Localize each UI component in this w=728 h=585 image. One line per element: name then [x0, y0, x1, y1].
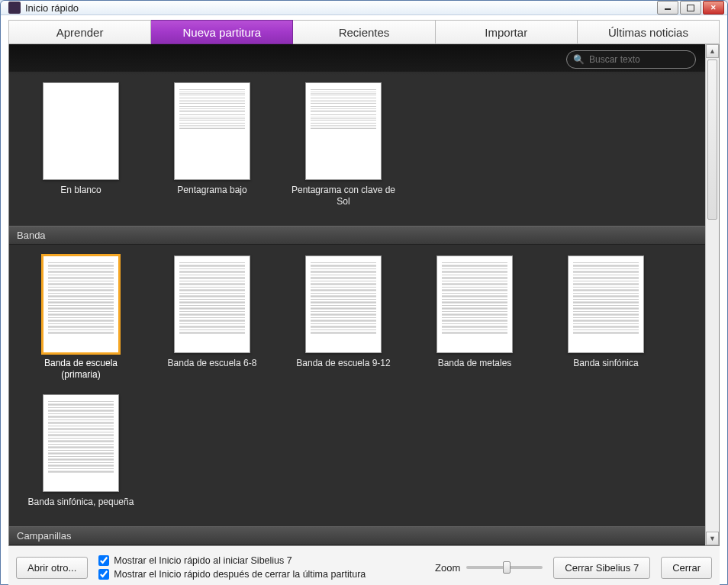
- templates-grid-banda: Banda de escuela (primaria) Banda de esc…: [9, 245, 705, 526]
- template-label: Banda sinfónica: [573, 358, 638, 369]
- show-after-close-checkbox[interactable]: Mostrar el Inicio rápido después de cerr…: [98, 569, 366, 580]
- template-label: Banda de metales: [438, 358, 512, 369]
- quick-start-window: Inicio rápido Aprender Nueva partitura R…: [0, 0, 728, 585]
- search-box[interactable]: 🔍: [566, 50, 696, 69]
- tab-recent[interactable]: Recientes: [293, 20, 435, 44]
- open-other-button[interactable]: Abrir otro...: [16, 557, 88, 579]
- template-symphonic-band[interactable]: Banda sinfónica: [552, 256, 659, 381]
- titlebar[interactable]: Inicio rápido: [1, 1, 727, 15]
- app-icon: [8, 2, 21, 14]
- tab-bar: Aprender Nueva partitura Recientes Impor…: [8, 20, 720, 44]
- tab-news[interactable]: Últimas noticias: [578, 20, 720, 44]
- close-window-button[interactable]: [703, 1, 724, 14]
- template-thumb: [174, 256, 250, 353]
- maximize-button[interactable]: [680, 1, 701, 14]
- close-sibelius-button[interactable]: Cerrar Sibelius 7: [553, 557, 650, 579]
- template-label: Banda sinfónica, pequeña: [28, 497, 134, 508]
- checkbox-label: Mostrar el Inicio rápido después de cerr…: [114, 569, 366, 580]
- section-header-banda: Banda: [9, 226, 705, 245]
- section-header-campanillas: Campanillas: [9, 526, 705, 545]
- show-after-close-input[interactable]: [98, 569, 109, 580]
- template-school-band-9-12[interactable]: Banda de escuela 9-12: [290, 256, 397, 381]
- template-thumb: [436, 256, 513, 353]
- scroll-up-button[interactable]: ▲: [706, 44, 719, 58]
- footer-bar: Abrir otro... Mostrar el Inicio rápido a…: [8, 546, 720, 585]
- zoom-control: Zoom: [435, 562, 543, 574]
- template-thumb: [43, 394, 119, 492]
- template-thumb: [43, 82, 119, 180]
- template-school-band-primary[interactable]: Banda de escuela (primaria): [27, 256, 134, 381]
- template-symphonic-band-small[interactable]: Banda sinfónica, pequeña: [27, 394, 134, 508]
- template-treble-staff[interactable]: Pentagrama con clave de Sol: [290, 82, 397, 207]
- scroll-track[interactable]: [706, 58, 719, 532]
- vertical-scrollbar[interactable]: ▲ ▼: [705, 44, 719, 545]
- show-on-start-input[interactable]: [98, 555, 109, 566]
- templates-gallery: 🔍 En blanco Pentagrama bajo: [9, 44, 705, 545]
- template-thumb: [305, 82, 382, 180]
- tab-new-score[interactable]: Nueva partitura: [151, 20, 293, 44]
- zoom-slider-knob[interactable]: [503, 561, 511, 574]
- template-bass-staff[interactable]: Pentagrama bajo: [159, 82, 266, 207]
- template-label: Pentagrama con clave de Sol: [290, 185, 397, 207]
- zoom-label: Zoom: [435, 562, 460, 574]
- templates-area: 🔍 En blanco Pentagrama bajo: [8, 44, 720, 546]
- window-controls: [657, 1, 724, 14]
- template-label: Banda de escuela 9-12: [296, 358, 390, 369]
- template-thumb: [568, 256, 644, 353]
- template-thumb: [305, 256, 382, 353]
- search-input[interactable]: [589, 54, 704, 65]
- window-title: Inicio rápido: [25, 2, 657, 14]
- tab-learn[interactable]: Aprender: [8, 20, 151, 44]
- scroll-down-button[interactable]: ▼: [706, 532, 719, 545]
- zoom-slider[interactable]: [466, 566, 543, 569]
- template-label: Banda de escuela 6-8: [168, 358, 257, 369]
- window-content: Aprender Nueva partitura Recientes Impor…: [1, 15, 727, 585]
- show-on-start-checkbox[interactable]: Mostrar el Inicio rápido al iniciar Sibe…: [98, 555, 366, 566]
- minimize-button[interactable]: [657, 1, 678, 14]
- search-icon: 🔍: [573, 54, 585, 65]
- template-thumb: [174, 82, 250, 180]
- checkbox-label: Mostrar el Inicio rápido al iniciar Sibe…: [114, 555, 292, 566]
- footer-checkboxes: Mostrar el Inicio rápido al iniciar Sibe…: [98, 555, 366, 580]
- close-button[interactable]: Cerrar: [661, 557, 712, 579]
- template-label: En blanco: [60, 185, 101, 196]
- search-row: 🔍: [9, 44, 705, 72]
- template-blank[interactable]: En blanco: [27, 82, 134, 207]
- scroll-thumb[interactable]: [707, 59, 717, 220]
- templates-grid-top: En blanco Pentagrama bajo Pentagrama con…: [9, 72, 705, 226]
- template-brass-band[interactable]: Banda de metales: [421, 256, 528, 381]
- template-label: Pentagrama bajo: [177, 185, 246, 196]
- template-school-band-6-8[interactable]: Banda de escuela 6-8: [159, 256, 266, 381]
- template-thumb: [43, 256, 119, 353]
- tab-import[interactable]: Importar: [436, 20, 578, 44]
- template-label: Banda de escuela (primaria): [27, 358, 134, 381]
